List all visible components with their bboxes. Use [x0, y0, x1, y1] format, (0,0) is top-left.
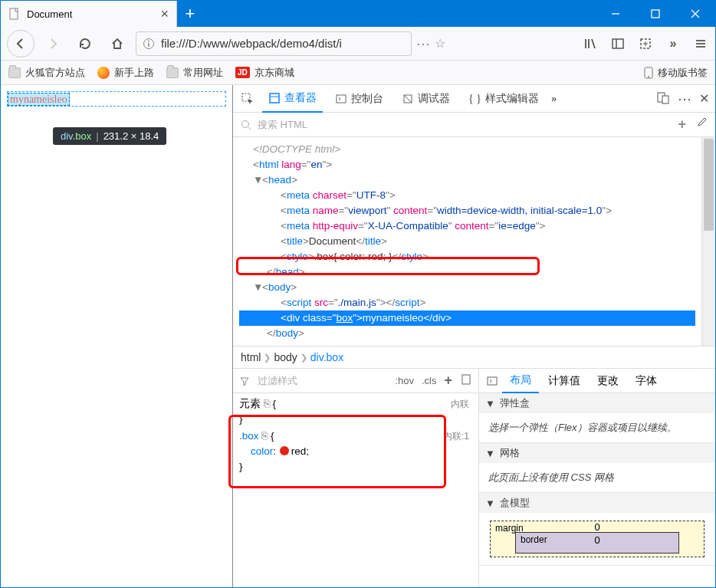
tabs-overflow-icon[interactable]: »	[551, 93, 557, 104]
add-rule-icon[interactable]: +	[444, 373, 452, 389]
maximize-button[interactable]	[636, 1, 675, 27]
devtools-toolbar: 查看器 控制台 调试器 { }样式编辑器 » ⋯ ✕	[233, 85, 715, 113]
svg-line-26	[248, 127, 251, 130]
overflow-icon[interactable]: »	[665, 35, 682, 52]
more-options-icon[interactable]: ⋯	[678, 90, 691, 107]
bookmark-label: 常用网址	[183, 66, 223, 80]
dom-search-bar[interactable]: 搜索 HTML +	[233, 113, 715, 137]
breadcrumb-item[interactable]: div.box	[310, 351, 343, 363]
minimize-button[interactable]	[596, 1, 636, 27]
svg-rect-19	[270, 94, 279, 103]
bookmark-label: 京东商城	[255, 66, 294, 80]
search-placeholder: 搜索 HTML	[258, 118, 307, 132]
bookmark-item[interactable]: 常用网址	[166, 66, 223, 80]
svg-rect-24	[662, 96, 668, 103]
tab-style-editor[interactable]: { }样式编辑器	[462, 85, 545, 113]
filter-icon	[239, 376, 250, 386]
tab-changes[interactable]: 更改	[590, 369, 626, 393]
dom-scrollbar[interactable]	[701, 137, 715, 346]
dom-tree[interactable]: <!DOCTYPE html> <html lang="en"> ▼<head>…	[233, 137, 701, 346]
layout-tabs: 布局 计算值 更改 字体	[479, 369, 715, 393]
close-tab-icon[interactable]: ×	[160, 6, 169, 22]
tab-computed[interactable]: 计算值	[540, 369, 588, 393]
eyedropper-icon[interactable]	[695, 117, 708, 133]
svg-point-7	[148, 40, 149, 41]
filter-placeholder[interactable]: 过滤样式	[258, 374, 297, 388]
tab-inspector[interactable]: 查看器	[262, 85, 323, 113]
more-url-icon[interactable]: ⋯	[416, 35, 430, 52]
folder-icon	[166, 67, 179, 78]
section-header-flex[interactable]: ▼弹性盒	[479, 393, 715, 413]
section-header-boxmodel[interactable]: ▼盒模型	[479, 493, 715, 513]
svg-point-17	[648, 76, 649, 77]
inspector-tooltip: div.box | 231.2 × 18.4	[53, 127, 166, 145]
svg-rect-2	[652, 10, 659, 18]
breadcrumb: html❯ body❯ div.box	[233, 346, 715, 369]
window-titlebar: Document × +	[1, 1, 715, 27]
svg-point-25	[242, 120, 249, 127]
bookmark-item[interactable]: 火狐官方站点	[8, 66, 85, 80]
bookmark-item[interactable]: 新手上路	[97, 66, 154, 80]
info-icon	[143, 38, 155, 50]
firefox-icon	[97, 67, 110, 79]
browser-tab[interactable]: Document ×	[1, 1, 177, 27]
url-bar[interactable]: file:///D:/www/webpack/demo4/dist/i	[136, 31, 412, 56]
pick-element-icon[interactable]	[239, 90, 256, 107]
svg-rect-28	[488, 377, 497, 385]
cls-toggle[interactable]: .cls	[422, 375, 437, 386]
search-icon	[241, 120, 251, 130]
bookmarks-bar: 火狐官方站点 新手上路 常用网址 JD京东商城 移动版书签	[1, 61, 715, 85]
mobile-bookmarks[interactable]: 移动版书签	[644, 66, 708, 80]
tab-debugger[interactable]: 调试器	[396, 85, 456, 113]
color-swatch[interactable]	[280, 446, 289, 455]
bookmark-star-icon[interactable]: ☆	[435, 36, 445, 51]
close-devtools-icon[interactable]: ✕	[699, 91, 709, 106]
bookmark-label: 火狐官方站点	[25, 66, 85, 80]
tooltip-dimensions: 231.2 × 18.4	[103, 130, 159, 142]
section-header-grid[interactable]: ▼网格	[479, 443, 715, 463]
reload-button[interactable]	[71, 30, 99, 57]
tab-console[interactable]: 控制台	[329, 85, 389, 113]
tab-title: Document	[27, 8, 72, 20]
folder-icon	[8, 67, 21, 78]
dom-selected-node[interactable]: <div class="box">mynameisleo</div>	[239, 310, 695, 326]
svg-rect-21	[337, 95, 346, 103]
devtools-panel: 查看器 控制台 调试器 { }样式编辑器 » ⋯ ✕ 搜索 HTML +	[233, 85, 715, 587]
url-text: file:///D:/www/webpack/demo4/dist/i	[161, 37, 342, 50]
responsive-mode-icon[interactable]	[656, 90, 670, 107]
forward-button	[39, 30, 67, 57]
box-model-diagram: margin 0 border 0	[479, 513, 715, 565]
bookmark-item[interactable]: JD京东商城	[235, 66, 294, 80]
svg-rect-8	[613, 39, 623, 48]
css-rules[interactable]: 元素 ⎘ {} 内联 .box ⎘ { color: red;} 内联:1	[233, 393, 478, 587]
svg-rect-27	[462, 375, 470, 384]
bookmark-label: 新手上路	[114, 66, 154, 80]
tab-fonts[interactable]: 字体	[628, 369, 665, 393]
back-button[interactable]	[7, 30, 34, 57]
flex-message: 选择一个弹性（Flex）容器或项目以继续。	[479, 413, 715, 442]
print-sim-icon[interactable]	[460, 373, 472, 388]
console-split-icon[interactable]	[484, 375, 501, 387]
breadcrumb-item[interactable]: html	[241, 351, 261, 363]
tab-layout[interactable]: 布局	[502, 369, 539, 393]
add-extension-icon[interactable]	[637, 35, 654, 52]
navigation-toolbar: file:///D:/www/webpack/demo4/dist/i ⋯ ☆ …	[1, 27, 715, 61]
page-icon	[8, 8, 21, 20]
home-button[interactable]	[103, 30, 131, 57]
inspected-element[interactable]: mynameisleo	[8, 93, 70, 106]
hov-toggle[interactable]: :hov	[395, 375, 414, 386]
add-node-icon[interactable]: +	[678, 117, 686, 133]
bookmark-label: 移动版书签	[658, 66, 708, 80]
jd-icon: JD	[235, 67, 250, 78]
close-window-button[interactable]	[675, 1, 715, 27]
svg-rect-0	[10, 8, 18, 19]
library-icon[interactable]	[582, 35, 599, 52]
breadcrumb-item[interactable]: body	[274, 351, 297, 363]
page-viewport: mynameisleo div.box | 231.2 × 18.4	[1, 85, 233, 587]
sidebar-icon[interactable]	[609, 35, 626, 52]
phone-icon	[644, 67, 653, 79]
rules-filter-bar: 过滤样式 :hov .cls +	[233, 369, 478, 393]
menu-icon[interactable]	[692, 35, 709, 52]
grid-message: 此页面上没有使用 CSS 网格	[479, 463, 715, 492]
new-tab-button[interactable]: +	[177, 1, 203, 27]
